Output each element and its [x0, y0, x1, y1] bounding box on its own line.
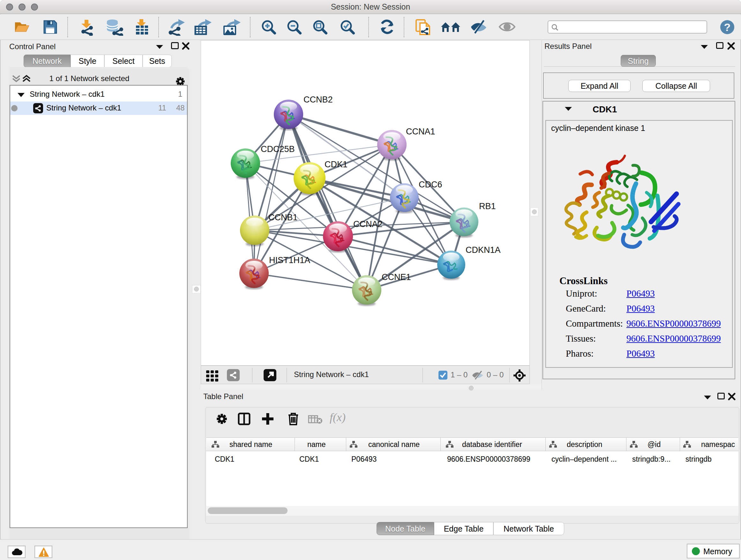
svg-text:HIST1H1A: HIST1H1A [269, 255, 310, 265]
svg-text:CDK1: CDK1 [325, 160, 347, 169]
svg-text:CCNB2: CCNB2 [304, 95, 333, 105]
svg-text:CCNE1: CCNE1 [382, 272, 411, 282]
svg-text:CCNA1: CCNA1 [406, 127, 435, 136]
svg-text:RB1: RB1 [479, 201, 496, 211]
svg-text:CCNA2: CCNA2 [353, 219, 383, 229]
svg-text:CCNB1: CCNB1 [268, 212, 298, 222]
svg-text:CDKN1A: CDKN1A [466, 245, 501, 255]
svg-text:CDC25B: CDC25B [261, 144, 295, 154]
svg-text:CDC6: CDC6 [419, 180, 442, 189]
